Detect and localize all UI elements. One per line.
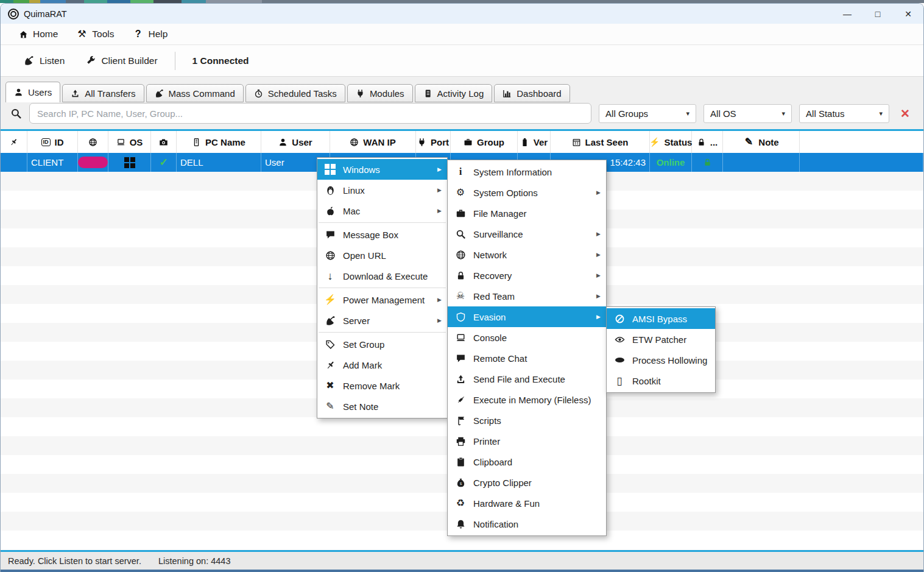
tab-scheduled-tasks[interactable]: Scheduled Tasks	[245, 84, 345, 102]
menu-help[interactable]: ? Help	[128, 26, 173, 42]
laptop-icon	[116, 138, 125, 147]
chevron-down-icon: ▾	[782, 110, 786, 118]
briefcase-icon	[453, 208, 468, 219]
column-header-port[interactable]: Port	[416, 131, 451, 153]
calendar-icon	[572, 138, 581, 147]
column-header-status[interactable]: ⚡Status	[650, 131, 692, 153]
menu-item-file-manager[interactable]: File Manager	[448, 203, 606, 224]
column-header-webcam[interactable]	[151, 131, 177, 153]
column-header-wan-ip[interactable]: WAN IP	[330, 131, 416, 153]
globe-icon	[88, 138, 97, 147]
upload-icon	[453, 374, 468, 384]
column-header-group[interactable]: Group	[451, 131, 518, 153]
column-header-user[interactable]: User	[261, 131, 330, 153]
menu-item-red-team[interactable]: ☠ Red Team ▶	[448, 286, 606, 306]
cell-os	[108, 153, 151, 172]
column-header-ver[interactable]: Ver	[518, 131, 551, 153]
column-header-pc-name[interactable]: PC Name	[177, 131, 261, 153]
column-header-os[interactable]: OS	[108, 131, 151, 153]
checkmark-icon: ✓	[159, 156, 168, 169]
listen-button[interactable]: Listen	[24, 55, 65, 66]
notebook-icon	[423, 89, 432, 98]
menu-item-clipboard[interactable]: Clipboard	[448, 451, 606, 472]
column-header-country[interactable]	[78, 131, 108, 153]
menu-tools[interactable]: ⚒ Tools	[71, 26, 119, 42]
tab-modules[interactable]: Modules	[347, 84, 413, 102]
menu-bar: Home ⚒ Tools ? Help	[1, 24, 923, 45]
tab-users[interactable]: Users	[5, 82, 60, 102]
tab-dashboard[interactable]: Dashboard	[494, 84, 570, 102]
menu-item-rootkit[interactable]: ▯ Rootkit	[607, 370, 715, 391]
status-filter-dropdown[interactable]: All Status ▾	[799, 104, 889, 123]
menu-item-evasion[interactable]: Evasion ▶	[448, 306, 606, 327]
menu-item-etw-patcher[interactable]: ETW Patcher	[607, 329, 715, 350]
column-header-last-seen[interactable]: Last Seen	[551, 131, 650, 153]
column-header-pin[interactable]	[1, 131, 27, 153]
tab-activity-log[interactable]: Activity Log	[415, 84, 493, 102]
menu-item-server[interactable]: Server ▶	[317, 310, 447, 331]
submenu-arrow-icon: ▶	[437, 297, 442, 303]
menu-item-system-information[interactable]: i System Information	[448, 161, 606, 182]
menu-item-network[interactable]: Network ▶	[448, 244, 606, 265]
column-header-note[interactable]: ✎Note	[723, 131, 800, 153]
cell-id: CLIENT	[27, 153, 78, 172]
menu-item-remote-chat[interactable]: Remote Chat	[448, 348, 606, 369]
maximize-button[interactable]: □	[862, 4, 893, 24]
menu-home[interactable]: Home	[14, 26, 63, 42]
search-input[interactable]	[29, 103, 591, 124]
menu-item-execute-in-memory[interactable]: Execute in Memory (Fileless)	[448, 389, 606, 410]
submenu-arrow-icon: ▶	[596, 314, 601, 320]
menu-item-power-management[interactable]: ⚡ Power Management ▶	[317, 289, 447, 310]
window-title: QuimaRAT	[24, 9, 67, 19]
chevron-down-icon: ▾	[686, 110, 690, 118]
menu-item-set-group[interactable]: Set Group	[317, 334, 447, 355]
menu-item-surveillance[interactable]: Surveillance ▶	[448, 224, 606, 244]
lock-icon	[453, 270, 468, 281]
menu-item-recovery[interactable]: Recovery ▶	[448, 265, 606, 286]
menu-item-system-options[interactable]: ⚙ System Options ▶	[448, 182, 606, 203]
menu-item-mac[interactable]: Mac ▶	[317, 200, 447, 221]
groups-filter-dropdown[interactable]: All Groups ▾	[599, 104, 696, 123]
submenu-arrow-icon: ▶	[596, 272, 601, 278]
tab-mass-command[interactable]: Mass Command	[146, 84, 244, 102]
menu-item-windows[interactable]: Windows ▶	[317, 159, 447, 180]
clear-filters-button[interactable]: ✕	[897, 107, 914, 121]
camera-icon	[159, 138, 168, 147]
menu-item-crypto-clipper[interactable]: Crypto Clipper	[448, 472, 606, 493]
menu-item-hardware-fun[interactable]: ♻ Hardware & Fun	[448, 493, 606, 514]
submenu-arrow-icon: ▶	[596, 293, 601, 299]
windows-logo-icon	[124, 157, 135, 168]
menu-item-scripts[interactable]: Scripts	[448, 410, 606, 431]
menu-item-set-note[interactable]: ✎ Set Note	[317, 396, 447, 417]
menu-item-message-box[interactable]: Message Box	[317, 224, 447, 245]
menu-item-notification[interactable]: Notification	[448, 514, 606, 534]
tab-all-transfers[interactable]: All Transfers	[62, 84, 144, 102]
menu-item-send-file-execute[interactable]: Send File and Execute	[448, 369, 606, 389]
cell-pin	[1, 153, 27, 172]
close-button[interactable]: ✕	[893, 4, 923, 24]
home-icon	[19, 30, 28, 39]
windows-logo-icon	[323, 164, 337, 175]
clients-table-header: IDID OS PC Name User WAN IP Port Group V…	[1, 131, 923, 153]
client-builder-button[interactable]: Client Builder	[85, 55, 157, 66]
globe-icon	[350, 138, 359, 147]
column-header-lock[interactable]: ...	[692, 131, 723, 153]
status-listening-text: Listening on: 4443	[158, 556, 231, 566]
menu-item-download-execute[interactable]: ↓ Download & Execute	[317, 266, 447, 286]
menu-item-add-mark[interactable]: Add Mark	[317, 355, 447, 375]
menu-item-linux[interactable]: Linux ▶	[317, 180, 447, 200]
menu-item-process-hollowing[interactable]: Process Hollowing	[607, 350, 715, 370]
toolbar-divider	[175, 52, 175, 70]
submenu-arrow-icon: ▶	[437, 187, 442, 193]
menu-item-open-url[interactable]: Open URL	[317, 245, 447, 266]
column-header-id[interactable]: IDID	[27, 131, 78, 153]
os-filter-dropdown[interactable]: All OS ▾	[704, 104, 792, 123]
menu-item-amsi-bypass[interactable]: AMSI Bypass	[607, 308, 715, 329]
menu-item-remove-mark[interactable]: ✖ Remove Mark	[317, 375, 447, 396]
plug-icon	[417, 138, 426, 147]
x-mark-icon: ✖	[323, 381, 337, 390]
minimize-button[interactable]: —	[832, 4, 862, 24]
money-bag-icon	[453, 478, 468, 488]
menu-item-printer[interactable]: Printer	[448, 431, 606, 451]
menu-item-console[interactable]: Console	[448, 327, 606, 348]
